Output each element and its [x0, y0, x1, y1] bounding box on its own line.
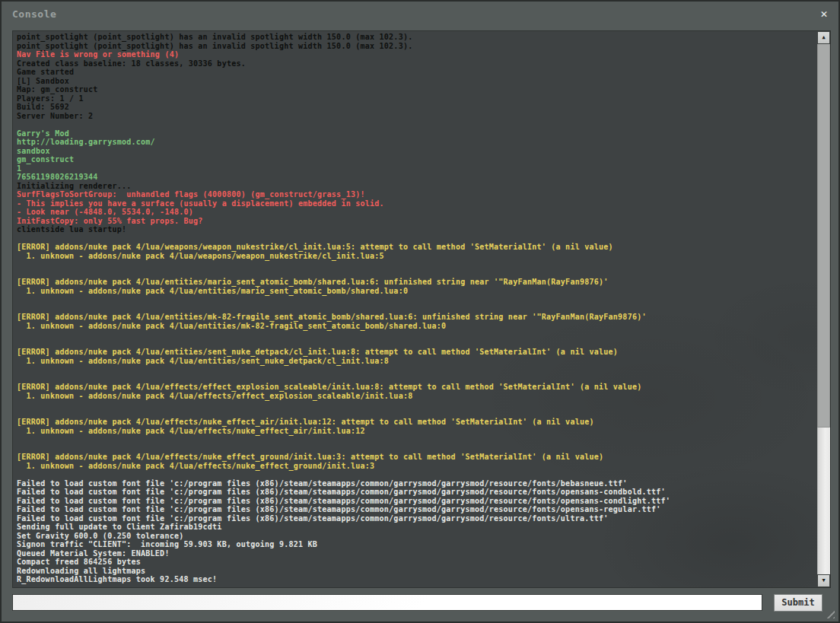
console-line: clientside lua startup!: [17, 225, 817, 234]
console-line: - Look near (-4848.0, 5534.0, -148.0): [17, 208, 817, 217]
console-line: [17, 470, 817, 479]
console-line: 1. unknown - addons/nuke pack 4/lua/enti…: [17, 357, 817, 366]
console-line: - This implies you have a surface (usual…: [17, 199, 817, 208]
console-line: Game started: [17, 68, 817, 77]
console-line: point_spotlight (point_spotlight) has an…: [17, 42, 817, 51]
console-line: Initializing renderer...: [17, 182, 817, 191]
window-title: Console: [12, 8, 56, 20]
console-line: point_spotlight (point_spotlight) has an…: [17, 33, 817, 42]
console-line: Failed to load custom font file 'c:/prog…: [17, 514, 817, 523]
console-line: Created class baseline: 18 classes, 3033…: [17, 59, 817, 68]
console-line: Build: 5692: [17, 103, 817, 112]
scroll-down-icon[interactable]: ▼: [817, 574, 830, 587]
console-line: Map: gm_construct: [17, 85, 817, 94]
console-line: [ERROR] addons/nuke pack 4/lua/effects/n…: [17, 453, 817, 462]
console-line: [ERROR] addons/nuke pack 4/lua/entities/…: [17, 278, 817, 287]
console-line: [17, 304, 817, 313]
console-line: [ERROR] addons/nuke pack 4/lua/entities/…: [17, 348, 817, 357]
console-line: [17, 330, 817, 339]
console-line: 1. unknown - addons/nuke pack 4/lua/effe…: [17, 427, 817, 436]
console-line: [17, 374, 817, 383]
console-line: [17, 435, 817, 444]
console-line: Sending full update to Client Zafirab19c…: [17, 523, 817, 532]
console-line: [17, 295, 817, 304]
console-line: Server Number: 2: [17, 112, 817, 121]
console-line: Set Gravity 600.0 (0.250 tolerance): [17, 532, 817, 541]
console-line: Failed to load custom font file 'c:/prog…: [17, 505, 817, 514]
scroll-up-icon[interactable]: ▲: [817, 31, 830, 44]
console-line: 1. unknown - addons/nuke pack 4/lua/weap…: [17, 252, 817, 261]
console-line: [17, 339, 817, 348]
console-line: [17, 120, 817, 129]
console-line: 1. unknown - addons/nuke pack 4/lua/enti…: [17, 287, 817, 296]
console-line: InitFastCopy: only 55% fast props. Bug?: [17, 217, 817, 226]
console-line: http://loading.garrysmod.com/: [17, 138, 817, 147]
console-log: point_spotlight (point_spotlight) has an…: [13, 31, 817, 587]
console-line: [17, 400, 817, 409]
console-line: 1. unknown - addons/nuke pack 4/lua/enti…: [17, 322, 817, 331]
command-input[interactable]: [12, 594, 762, 611]
console-line: [L] Sandbox: [17, 77, 817, 86]
console-line: [17, 365, 817, 374]
console-line: SurfFlagsToSortGroup: unhandled flags (4…: [17, 190, 817, 199]
console-line: [17, 234, 817, 243]
title-bar[interactable]: Console ✕: [2, 2, 838, 27]
console-line: 1. unknown - addons/nuke pack 4/lua/effe…: [17, 462, 817, 471]
scrollbar-thumb[interactable]: [817, 44, 830, 428]
console-line: 1. unknown - addons/nuke pack 4/lua/effe…: [17, 392, 817, 401]
console-line: [ERROR] addons/nuke pack 4/lua/effects/n…: [17, 418, 817, 427]
console-line: Nav File is wrong or something (4): [17, 50, 817, 59]
console-line: Redownloading all lightmaps: [17, 567, 817, 576]
console-line: Signon traffic "CLIENT": incoming 59.903…: [17, 540, 817, 549]
close-icon[interactable]: ✕: [816, 6, 832, 21]
console-line: [17, 269, 817, 278]
submit-button[interactable]: Submit: [774, 594, 822, 612]
console-line: Queued Material System: ENABLED!: [17, 549, 817, 558]
console-line: sandbox: [17, 147, 817, 156]
console-output-panel: point_spotlight (point_spotlight) has an…: [12, 30, 831, 588]
console-line: [ERROR] addons/nuke pack 4/lua/entities/…: [17, 313, 817, 322]
console-line: [ERROR] addons/nuke pack 4/lua/effects/e…: [17, 383, 817, 392]
console-window: Console ✕ point_spotlight (point_spotlig…: [0, 0, 840, 623]
console-line: [17, 444, 817, 453]
console-line: 1: [17, 164, 817, 173]
resize-grip[interactable]: [822, 606, 835, 618]
console-line: Players: 1 / 1: [17, 94, 817, 103]
console-line: Failed to load custom font file 'c:/prog…: [17, 497, 817, 506]
console-line: Compact freed 864256 bytes: [17, 558, 817, 567]
console-line: R_RedownloadAllLightmaps took 92.548 mse…: [17, 575, 817, 584]
console-line: Failed to load custom font file 'c:/prog…: [17, 488, 817, 497]
console-line: [17, 260, 817, 269]
console-line: [ERROR] addons/nuke pack 4/lua/weapons/w…: [17, 243, 817, 252]
scrollbar[interactable]: ▲ ▼: [817, 31, 830, 587]
console-line: gm_construct: [17, 155, 817, 164]
console-line: [17, 409, 817, 418]
console-line: Garry's Mod: [17, 129, 817, 138]
console-line: 76561198026219344: [17, 173, 817, 182]
console-line: Failed to load custom font file 'c:/prog…: [17, 479, 817, 488]
